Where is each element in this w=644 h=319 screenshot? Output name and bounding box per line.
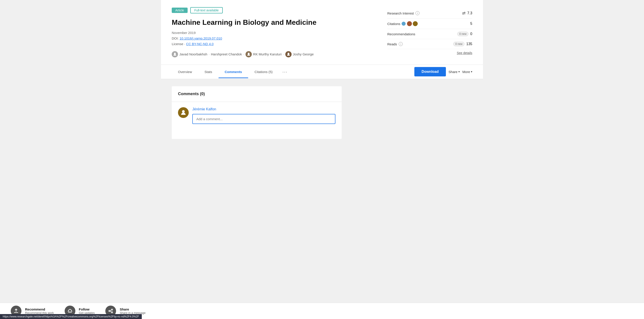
download-button[interactable]: Download [414,67,446,76]
author-item: Harshpreet Chandok · [211,52,244,56]
comment-input-section: Jérémie Kalfon [172,102,342,129]
see-details[interactable]: See details [387,49,472,55]
paper-license: License · CC BY-NC-ND 4.0 [172,42,374,46]
citation-avatar [407,21,412,26]
more-chevron-icon: ▾ [471,70,472,73]
recommendations-row: Recommendations 0 new 0 [387,29,472,39]
fulltext-badge: Full-text available [190,7,223,13]
stats-column: Research Interest i ⇄ 7.3 Citations 5 [387,7,472,57]
tabs-bar: Overview Stats Comments Citations (5) ··… [161,64,483,79]
commenter-avatar [178,107,189,118]
commenter-row: Jérémie Kalfon [178,107,336,124]
author-avatar [172,51,178,57]
citation-avatar [413,21,418,26]
reads-info-icon[interactable]: i [399,42,403,46]
commenter-name[interactable]: Jérémie Kalfon [192,107,336,111]
author-avatar [246,51,252,57]
svg-point-1 [248,53,250,54]
tab-more-button[interactable]: ··· [279,65,291,79]
tab-stats[interactable]: Stats [198,65,218,78]
stat-value: ⇄ 7.3 [462,11,472,16]
comments-card: Comments (0) Jérémie Kalfon [172,86,342,139]
share-button[interactable]: Share ▾ [448,70,460,74]
paper-info-column: Article Full-text available Machine Lear… [172,7,387,57]
citations-row: Citations 5 [387,18,472,29]
stat-label: Citations [387,21,418,26]
new-badge: 0 new [457,32,468,36]
globe-icon [401,21,406,26]
share-chevron-icon: ▾ [458,70,460,73]
license-link[interactable]: CC BY-NC-ND 4.0 [186,42,214,46]
svg-point-2 [288,53,289,54]
stat-label: Research Interest i [387,11,420,15]
new-badge: 0 new [453,42,464,46]
authors-list: Javad Noorbakhsh · Harshpreet Chandok · … [172,51,374,57]
article-badge: Article [172,7,188,13]
author-avatar [285,51,292,57]
author-name[interactable]: Joshy George [293,52,314,56]
info-icon[interactable]: i [416,11,420,15]
doi-label: DOI: [172,36,179,40]
stat-value: 0 new 0 [457,32,472,36]
author-item: Javad Noorbakhsh · [172,51,210,57]
paper-title: Machine Learning in Biology and Medicine [172,18,374,27]
doi-link[interactable]: 10.1016/j.yamp.2019.07.010 [180,36,222,40]
stat-value: 0 new 135 [453,42,472,46]
author-name[interactable]: RK Murthy Karuturi [253,52,282,56]
research-interest-row: Research Interest i ⇄ 7.3 [387,8,472,18]
license-label: License · [172,42,185,46]
comment-form: Jérémie Kalfon [192,107,336,124]
tab-list: Overview Stats Comments Citations (5) ··… [172,65,414,79]
comments-header: Comments (0) [172,86,342,102]
tab-citations[interactable]: Citations (5) [248,65,279,78]
tab-actions: Download Share ▾ More ▾ [414,67,472,76]
author-name[interactable]: Harshpreet Chandok [211,52,242,56]
see-details-link[interactable]: See details [457,51,472,55]
badge-row: Article Full-text available [172,7,374,13]
author-name[interactable]: Javad Noorbakhsh [179,52,207,56]
author-item: Joshy George [285,51,314,57]
tab-overview[interactable]: Overview [172,65,198,78]
stat-value: 5 [470,22,472,26]
content-area: Comments (0) Jérémie Kalfon [161,79,483,146]
comment-input[interactable] [192,114,336,124]
author-item: RK Murthy Karuturi · [246,51,284,57]
tab-comments[interactable]: Comments [218,65,248,78]
research-interest-icon: ⇄ [462,11,466,16]
right-spacer [349,86,416,139]
paper-date: November 2019 [172,31,374,35]
paper-doi: DOI: 10.1016/j.yamp.2019.07.010 [172,36,374,40]
reads-row: Reads i 0 new 135 [387,39,472,49]
stat-label: Recommendations [387,32,415,36]
svg-point-3 [182,110,185,113]
stat-label: Reads i [387,42,403,46]
more-button[interactable]: More ▾ [462,70,472,74]
svg-point-0 [174,53,176,54]
